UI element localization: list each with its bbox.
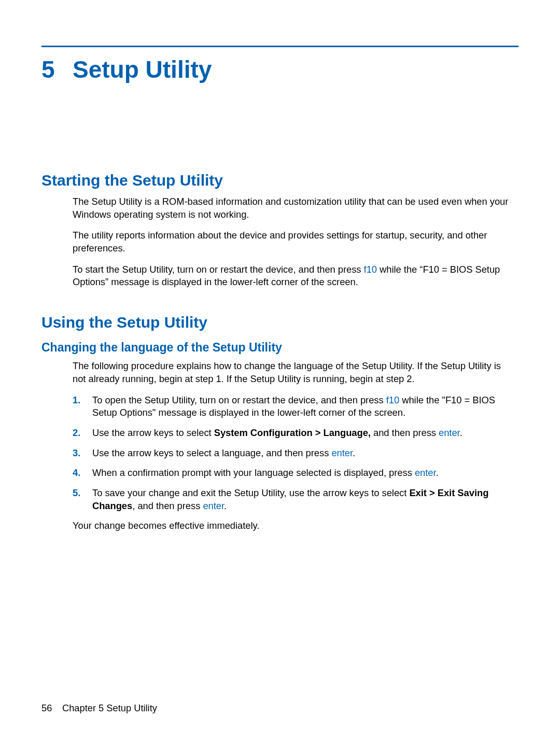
key-enter: enter bbox=[203, 500, 224, 511]
section2-body: The following procedure explains how to … bbox=[73, 360, 516, 532]
step-2: 2. Use the arrow keys to select System C… bbox=[73, 427, 516, 440]
page-number: 56 bbox=[41, 702, 62, 714]
step-number: 3. bbox=[73, 447, 92, 460]
spacer bbox=[41, 83, 519, 172]
step-body: Use the arrow keys to select System Conf… bbox=[92, 427, 516, 440]
step-number: 2. bbox=[73, 427, 92, 440]
steps-list: 1. To open the Setup Utility, turn on or… bbox=[73, 394, 516, 513]
page-footer: 56Chapter 5 Setup Utility bbox=[41, 702, 157, 714]
step-number: 5. bbox=[73, 487, 92, 500]
chapter-rule bbox=[41, 46, 519, 47]
subsection-heading-language: Changing the language of the Setup Utili… bbox=[41, 341, 519, 355]
section1-body: The Setup Utility is a ROM-based informa… bbox=[73, 195, 516, 289]
para-effective: Your change becomes effective immediatel… bbox=[73, 519, 516, 532]
step-body: When a confirmation prompt with your lan… bbox=[92, 467, 516, 480]
step-body: Use the arrow keys to select a language,… bbox=[92, 447, 516, 460]
footer-label: Chapter 5 Setup Utility bbox=[62, 702, 157, 713]
key-enter: enter bbox=[415, 467, 436, 478]
section-heading-starting: Starting the Setup Utility bbox=[41, 172, 519, 189]
chapter-heading: 5 Setup Utility bbox=[41, 55, 519, 83]
para-intro-3: To start the Setup Utility, turn on or r… bbox=[73, 263, 516, 289]
bold-sysconfig: System Configuration > Language, bbox=[214, 427, 371, 438]
step-1: 1. To open the Setup Utility, turn on or… bbox=[73, 394, 516, 419]
step-body: To save your change and exit the Setup U… bbox=[92, 487, 516, 512]
document-page: 5 Setup Utility Starting the Setup Utili… bbox=[0, 0, 560, 745]
chapter-number: 5 bbox=[41, 55, 73, 83]
key-enter: enter bbox=[331, 447, 353, 458]
chapter-title: Setup Utility bbox=[73, 55, 212, 83]
step-5: 5. To save your change and exit the Setu… bbox=[73, 487, 516, 512]
p3-a: To start the Setup Utility, turn on or r… bbox=[73, 264, 364, 275]
key-f10: f10 bbox=[364, 264, 377, 275]
step-number: 1. bbox=[73, 394, 92, 407]
para-lang-intro: The following procedure explains how to … bbox=[73, 360, 516, 385]
para-intro-2: The utility reports information about th… bbox=[73, 229, 516, 255]
step-4: 4. When a confirmation prompt with your … bbox=[73, 467, 516, 480]
key-enter: enter bbox=[439, 427, 460, 438]
section-heading-using: Using the Setup Utility bbox=[41, 314, 519, 331]
key-f10: f10 bbox=[386, 395, 399, 405]
step-body: To open the Setup Utility, turn on or re… bbox=[92, 394, 516, 419]
step-number: 4. bbox=[73, 467, 92, 480]
step-3: 3. Use the arrow keys to select a langua… bbox=[73, 447, 516, 460]
para-intro-1: The Setup Utility is a ROM-based informa… bbox=[73, 195, 516, 221]
spacer bbox=[41, 297, 519, 314]
